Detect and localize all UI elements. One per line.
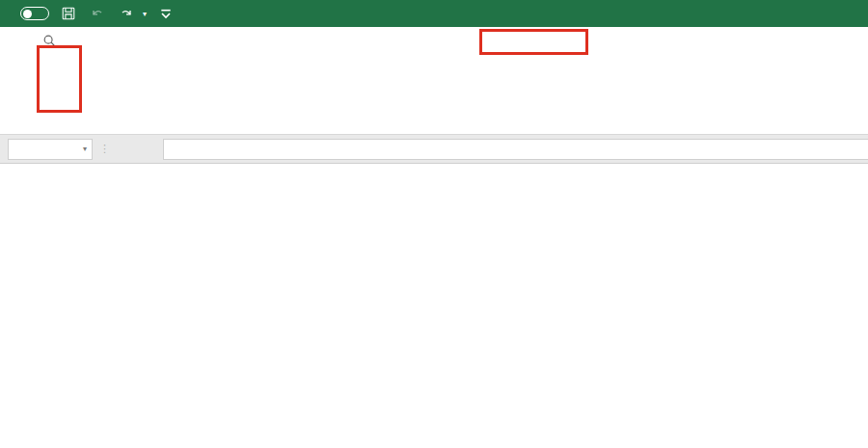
redo-button[interactable] [117,4,136,23]
customize-quick-access-icon [158,6,174,21]
undo-button[interactable] [88,4,107,23]
quick-access-toolbar: ▾ [0,4,176,23]
name-box[interactable]: ▾ [8,139,93,160]
formula-input[interactable] [163,139,868,160]
ribbon-tabs [0,27,14,54]
formula-bar-separator: ⋮ [99,143,110,155]
name-box-dropdown-icon[interactable]: ▾ [83,145,87,153]
save-icon [61,6,76,21]
autosave-toggle[interactable] [20,7,49,20]
save-button[interactable] [59,4,78,23]
autosave-toggle-knob [23,10,32,18]
tell-me-box[interactable] [42,27,64,54]
ribbon-tab-row [0,27,868,54]
spreadsheet-grid [0,164,868,448]
customize-quick-access-button[interactable] [156,4,176,23]
title-bar: ▾ [0,0,868,27]
search-icon [42,34,56,47]
autosave-control[interactable] [14,7,49,20]
excel-window: ▾ ▾ ⋮ [0,0,868,448]
ribbon [0,54,868,135]
redo-dropdown-arrow[interactable]: ▾ [143,10,147,18]
undo-icon [90,6,105,21]
redo-icon [119,6,134,21]
formula-bar: ▾ ⋮ [0,135,868,164]
